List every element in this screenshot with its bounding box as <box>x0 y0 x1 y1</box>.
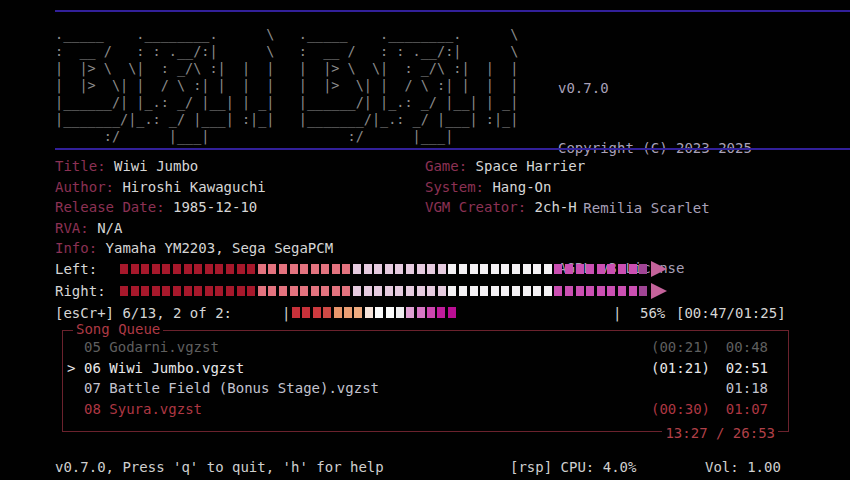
vu-meter-block <box>512 286 520 296</box>
vu-meter-block <box>120 286 128 296</box>
vu-meter-block <box>184 286 192 296</box>
vu-meter-block <box>290 264 298 274</box>
metadata-label: Title: <box>55 158 106 174</box>
metadata-value: 1985-12-10 <box>165 199 258 215</box>
vu-meter-block <box>258 264 266 274</box>
vu-meter-block <box>268 286 276 296</box>
metadata-label: Release Date: <box>55 199 165 215</box>
vu-meter-block <box>639 286 647 296</box>
queue-cursor: > <box>67 358 75 379</box>
metadata-line: Game: Space Harrier <box>425 156 585 177</box>
metadata-line: System: Hang-On <box>425 177 585 198</box>
progress-block <box>396 307 404 318</box>
author-text: Remilia Scarlet <box>558 198 752 218</box>
vu-meter-block <box>629 286 637 296</box>
metadata-value: N/A <box>89 220 123 236</box>
vu-meter-block <box>152 286 160 296</box>
vu-meter-block <box>226 286 234 296</box>
metadata-label: VGM Creator: <box>425 199 526 215</box>
vu-meter-block <box>395 264 403 274</box>
queue-track-time: 01:18 <box>710 378 768 399</box>
vu-meter-block <box>523 286 531 296</box>
vu-meter-block <box>586 286 594 296</box>
progress-block <box>302 307 310 318</box>
progress-block <box>365 307 373 318</box>
queue-track-name: 06 Wiwi Jumbo.vgzst <box>84 358 640 379</box>
vu-meter-block <box>194 264 202 274</box>
vu-meter-block <box>162 286 170 296</box>
vu-meter-block <box>120 264 128 274</box>
progress-block <box>406 307 414 318</box>
vu-meter-block <box>448 286 456 296</box>
vu-meter-block <box>215 286 223 296</box>
queue-row[interactable]: 07 Battle Field (Bonus Stage).vgzst01:18 <box>63 378 788 399</box>
vu-meter-block <box>438 286 446 296</box>
vu-meter-block <box>480 286 488 296</box>
vu-meter-block <box>438 264 446 274</box>
progress-bar[interactable] <box>292 307 458 318</box>
queue-row[interactable]: 05 Godarni.vgzst(00:21)00:48 <box>63 337 788 358</box>
progress-block <box>386 307 394 318</box>
vu-meter-block <box>374 286 382 296</box>
vu-meter-block <box>565 264 573 274</box>
vu-meter-block <box>576 264 584 274</box>
vu-meter-block <box>364 286 372 296</box>
footer-volume-text: Vol: 1.00 <box>705 457 781 477</box>
queue-loop-time: (00:30) <box>640 399 710 420</box>
vu-meter-block <box>618 286 626 296</box>
metadata-label: System: <box>425 179 484 195</box>
vu-meter-block <box>332 264 340 274</box>
vu-meter-block <box>501 286 509 296</box>
vu-meter-block <box>321 264 329 274</box>
queue-row[interactable]: 08 Syura.vgzst(00:30)01:07 <box>63 399 788 420</box>
metadata-label: Info: <box>55 240 97 256</box>
vu-meter-block <box>544 286 552 296</box>
vu-meter-block <box>533 286 541 296</box>
playback-status-line: [esCr+] 6/13, 2 of 2: | | 56% [00:47/01:… <box>0 303 850 323</box>
vu-meter-block <box>290 286 298 296</box>
vu-meter-block <box>247 264 255 274</box>
queue-row[interactable]: >06 Wiwi Jumbo.vgzst(01:21)02:51 <box>63 358 788 379</box>
meter-right-arrow-icon <box>651 283 667 299</box>
vu-meter-block <box>470 286 478 296</box>
vu-meter-block <box>565 286 573 296</box>
vu-meter-block <box>448 264 456 274</box>
progress-block <box>323 307 331 318</box>
progress-block <box>313 307 321 318</box>
queue-loop-time <box>640 378 710 399</box>
queue-loop-time: (01:21) <box>640 358 710 379</box>
metadata-value: Hiroshi Kawaguchi <box>114 179 266 195</box>
progress-block <box>334 307 342 318</box>
vu-meter-block <box>597 286 605 296</box>
vu-meter-block <box>554 264 562 274</box>
song-queue-title: Song Queue <box>73 321 163 337</box>
vu-meter-block <box>162 264 170 274</box>
vu-meter-block <box>131 286 139 296</box>
status-prefix: [esCr+] 6/13, 2 of 2: <box>55 303 232 323</box>
footer-bar: v0.7.0, Press 'q' to quit, 'h' for help … <box>0 457 850 477</box>
vu-meter-block <box>353 264 361 274</box>
vu-meter-block <box>342 286 350 296</box>
vu-meter-block <box>417 264 425 274</box>
metadata-line: Info: Yamaha YM2203, Sega SegaPCM <box>55 238 333 259</box>
metadata-line: Release Date: 1985-12-10 <box>55 197 333 218</box>
progress-block <box>344 307 352 318</box>
vu-meter-block <box>237 264 245 274</box>
metadata-line: VGM Creator: 2ch-H <box>425 197 585 218</box>
progress-block <box>448 307 456 318</box>
progress-block <box>292 307 300 318</box>
vu-meter-block <box>237 286 245 296</box>
meter-right-row: Right: <box>55 283 667 299</box>
vu-meter-block <box>618 264 626 274</box>
vu-meter-block <box>395 286 403 296</box>
meter-left-label: Left: <box>55 261 120 277</box>
meter-left-blocks <box>120 264 650 274</box>
vu-meter-block <box>184 264 192 274</box>
queue-total-time: 13:27 / 26:53 <box>662 425 778 441</box>
vu-meter-block <box>141 286 149 296</box>
queue-loop-time: (00:21) <box>640 337 710 358</box>
vu-meter-block <box>385 286 393 296</box>
footer-help-text: v0.7.0, Press 'q' to quit, 'h' for help <box>55 457 384 477</box>
vu-meter-block <box>374 264 382 274</box>
vu-meter-block <box>173 286 181 296</box>
